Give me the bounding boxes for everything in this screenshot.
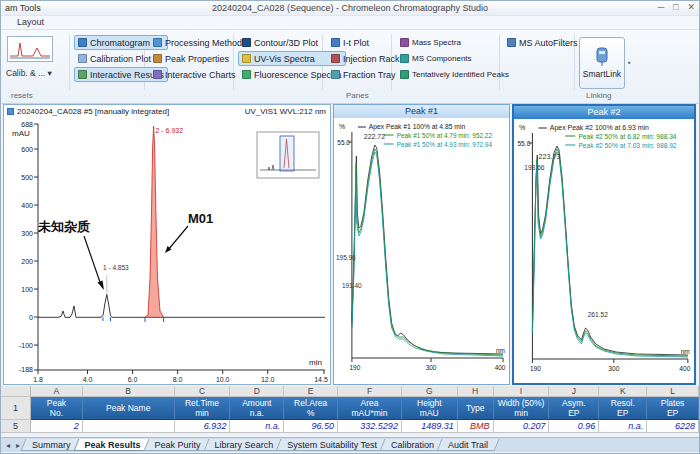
ribbon-button-fraction-tray[interactable]: Fraction Tray [327, 67, 404, 82]
wavelength-label-left: 193.66 [524, 164, 545, 171]
panes-group-label: Panes [346, 91, 369, 100]
mass-spectra-icon [400, 38, 409, 47]
svg-text:0: 0 [29, 314, 33, 321]
cell-ret-time[interactable]: 6.932 [175, 420, 231, 433]
chromatogram-panel: 20240204_CA028 #5 [manually integrated] … [3, 104, 331, 385]
ribbon-button-label: MS AutoFilters [519, 38, 578, 48]
cell-area[interactable]: 332.5292 [338, 420, 402, 433]
wavelength-label-apex: 223.73 [539, 153, 561, 160]
title-bar: am Tools 20240204_CA028 (Sequence) - Chr… [1, 1, 699, 16]
wavelength-label-left1: 195.96 [336, 254, 356, 261]
tab-layout[interactable]: Layout [9, 17, 52, 27]
smartlink-label: SmartLink [583, 69, 621, 79]
svg-text:400: 400 [679, 365, 690, 372]
peak2-tab[interactable]: Peak #2 [514, 106, 694, 119]
cell-type[interactable]: BMB [458, 420, 494, 433]
injection-rack-icon [331, 54, 340, 63]
ribbon-button-ms-autofilters[interactable]: MS AutoFilters [503, 35, 582, 50]
uv-vis-spectra-icon [242, 54, 251, 63]
ribbon-tab-tail[interactable]: am Tools [5, 3, 41, 13]
tab-scroll-left-icon[interactable]: ◂ [3, 441, 13, 450]
svg-text:12.0: 12.0 [261, 376, 275, 383]
ribbon-button-mass-spectra[interactable]: Mass Spectra [396, 35, 513, 50]
peak1-tab[interactable]: Peak #1 [334, 105, 509, 118]
legend-50-left: Peak #1 50% at 4.79 min: 952.22 [397, 132, 493, 139]
channel-label: UV_VIS1 WVL:212 nm [245, 107, 326, 116]
maximize-icon[interactable]: □ [673, 2, 678, 12]
ribbon-button-tentatively-identified-peaks[interactable]: Tentatively Identified Peaks [396, 67, 513, 82]
ribbon-button-label: Peak Properties [165, 54, 229, 64]
col-letter: E [284, 386, 338, 397]
tab-system-suitability-test[interactable]: System Suitability Test [278, 439, 386, 451]
svg-text:10.0: 10.0 [216, 376, 230, 383]
ribbon-button-it-plot[interactable]: I-t Plot [327, 35, 404, 50]
ribbon-button-label: Contour/3D Plot [254, 38, 318, 48]
svg-text:8.0: 8.0 [173, 376, 183, 383]
ribbon-button-injection-rack[interactable]: Injection Rack [327, 51, 404, 66]
ribbon-button-processing-method[interactable]: Processing Method [149, 35, 246, 50]
tab-audit-trail[interactable]: Audit Trail [439, 439, 497, 451]
col-letter: G [402, 386, 458, 397]
ribbon-button-label: Fraction Tray [343, 70, 396, 80]
col-letter: K [599, 386, 647, 397]
minimize-icon[interactable]: ─ [658, 2, 664, 12]
cell-amount[interactable]: n.a. [230, 420, 284, 433]
chevron-down-icon: ▾ [48, 68, 52, 78]
ribbon-button-label: Mass Spectra [412, 38, 461, 47]
smartlink-icon [594, 47, 610, 67]
col-letter: I [494, 386, 550, 397]
chromeleon-window: am Tools 20240204_CA028 (Sequence) - Chr… [0, 0, 700, 454]
tab-library-search[interactable]: Library Search [206, 439, 283, 451]
ribbon-button-peak-properties[interactable]: Peak Properties [149, 51, 246, 66]
y-top-tick: 55.0 [517, 140, 530, 147]
ribbon-button-ms-components[interactable]: MS Components [396, 51, 513, 66]
ribbon-tab-row: Layout [1, 16, 699, 30]
close-icon[interactable]: ✕ [687, 2, 695, 12]
injection-icon[interactable] [7, 108, 14, 115]
svg-text:190: 190 [530, 365, 541, 372]
main-peak-annotation: M01 [188, 211, 213, 226]
column-letters-row: A B C D E F G H I J K L [1, 386, 699, 397]
tab-summary[interactable]: Summary [23, 439, 80, 451]
svg-text:14.5: 14.5 [314, 376, 328, 383]
peak1-plot: % Apex Peak #1 100% at 4.85 min Peak #1 … [334, 118, 509, 384]
cell-width[interactable]: 0.207 [494, 420, 550, 433]
ribbon-button-label: UV-Vis Spectra [254, 54, 315, 64]
table-header-row: 1 PeakNo. Peak Name Ret.Timemin Amountn.… [1, 397, 699, 420]
peak1-panel: Peak #1 % Apex Peak #1 100% at 4.85 min … [333, 104, 510, 385]
ribbon-button-interactive-charts[interactable]: Interactive Charts [149, 67, 246, 82]
col-letter: B [83, 386, 175, 397]
cell-plates[interactable]: 6228 [647, 420, 699, 433]
col-letter: A [31, 386, 83, 397]
svg-text:400: 400 [21, 202, 33, 209]
cell-peak-no[interactable]: 2 [31, 420, 83, 433]
cell-peak-name[interactable] [83, 420, 175, 433]
smartlink-more-icon[interactable]: ▪ [628, 58, 631, 67]
table-row: 5 2 6.932 n.a. 96.50 332.5292 1489.31 BM… [1, 420, 699, 433]
cell-resol[interactable]: n.a. [599, 420, 647, 433]
tab-calibration[interactable]: Calibration [382, 439, 443, 451]
ribbon-button-label: Processing Method [165, 38, 242, 48]
svg-text:6.0: 6.0 [128, 376, 138, 383]
cell-asym[interactable]: 0.96 [549, 420, 599, 433]
cell-height[interactable]: 1489.31 [402, 420, 458, 433]
window-title: 20240204_CA028 (Sequence) - Chromeleon C… [121, 3, 579, 13]
injection-title: 20240204_CA028 #5 [manually integrated] [17, 107, 169, 116]
svg-text:-188: -188 [19, 366, 33, 373]
wavelength-label-apex: 222.72 [364, 133, 385, 140]
col-letter: H [458, 386, 494, 397]
it-plot-icon [331, 38, 340, 47]
fraction-tray-icon [331, 70, 340, 79]
ribbon-button-label: Interactive Charts [165, 70, 236, 80]
preset-chromatogram-icon[interactable] [7, 36, 53, 62]
smartlink-button[interactable]: SmartLink [579, 37, 625, 89]
svg-text:300: 300 [21, 230, 33, 237]
ribbon: Calib. & ... ▾ resets Panes Linking Chro… [1, 30, 699, 104]
svg-text:190: 190 [349, 364, 360, 371]
col-letter: C [175, 386, 231, 397]
calibration-preset-dropdown[interactable]: Calib. & ... ▾ [6, 68, 52, 78]
y-axis-unit: % [519, 124, 526, 131]
cell-rel-area[interactable]: 96.50 [284, 420, 338, 433]
tab-peak-purity[interactable]: Peak Purity [146, 439, 210, 451]
tab-peak-results[interactable]: Peak Results [76, 439, 150, 451]
